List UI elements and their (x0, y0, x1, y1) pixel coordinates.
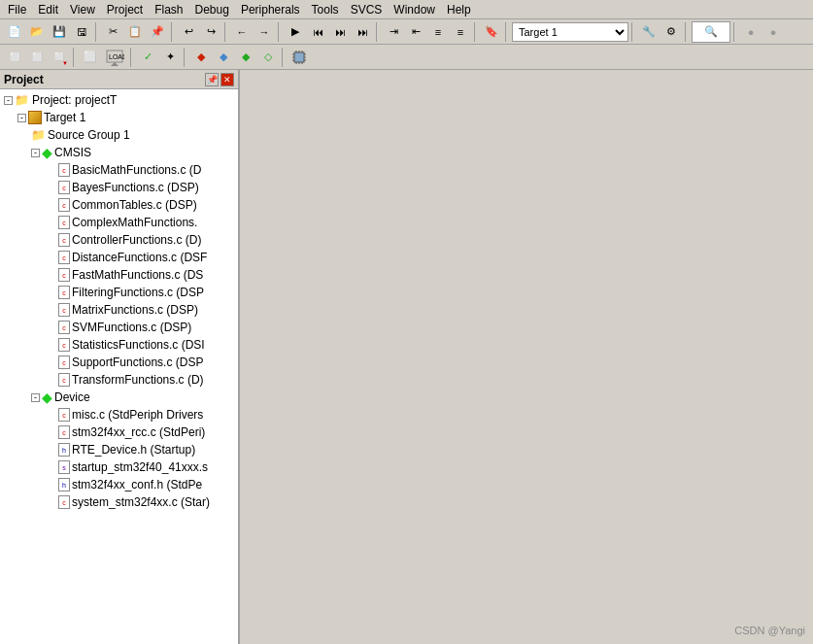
save-btn[interactable]: 💾 (49, 21, 70, 43)
t2-btn3[interactable]: ⬜ ▼ (49, 47, 70, 68)
menu-view[interactable]: View (64, 1, 101, 18)
t2-btn2[interactable]: ⬜ (26, 47, 48, 68)
target-select[interactable]: Target 1 (512, 22, 628, 42)
toolbar-1: 📄 📂 💾 🖫 ✂ 📋 📌 ↩ ↪ ← → ▶ ⏮ ⏭ ⏭ ⇥ ⇤ ≡ ≡ 🔖 … (0, 19, 813, 45)
magic-wand-btn[interactable]: 🔧 (638, 21, 660, 43)
c-dev-file-icon-0: c (58, 408, 70, 422)
btn-b[interactable]: ⏮ (307, 21, 328, 43)
tree-file-6[interactable]: c FastMathFunctions.c (DS (0, 266, 238, 284)
file-label-12: TransformFunctions.c (D) (72, 373, 204, 387)
sep6 (474, 22, 478, 42)
indent-btn[interactable]: ⇥ (383, 21, 404, 43)
outdent-btn[interactable]: ⇤ (405, 21, 426, 43)
sep10 (733, 22, 737, 42)
file-label-7: FilteringFunctions.c (DSP (72, 286, 204, 299)
nav-fwd-btn[interactable]: → (254, 21, 275, 43)
tree-file-1[interactable]: c BayesFunctions.c (DSP) (0, 179, 238, 196)
t2-check[interactable]: ✓ (137, 47, 158, 68)
paste-btn[interactable]: 📌 (147, 21, 168, 43)
sep8 (631, 22, 635, 42)
t2-btn1[interactable]: ⬜ (4, 47, 25, 68)
btn-a[interactable]: ▶ (285, 21, 306, 43)
toolbar-2: ⬜ ⬜ ⬜ ▼ ⬜ LOAD ✓ ✦ ◆ ◆ ◆ ◇ (0, 45, 813, 70)
t2-wand[interactable]: ✦ (159, 47, 181, 68)
expand-icon-cmsis: - (31, 149, 40, 157)
menu-svcs[interactable]: SVCS (345, 1, 389, 18)
c-file-icon-10: c (58, 338, 70, 352)
tree-dev-file-5[interactable]: c system_stm32f4xx.c (Star) (0, 493, 238, 511)
align-btn[interactable]: ≡ (427, 21, 449, 43)
panel-header-buttons: 📌 ✕ (205, 73, 234, 86)
project-tree: - 📁 Project: projectT - Target 1 📁 Sourc… (0, 89, 238, 644)
menu-edit[interactable]: Edit (32, 1, 64, 18)
tree-root[interactable]: - 📁 Project: projectT (0, 91, 238, 109)
tree-dev-file-2[interactable]: h RTE_Device.h (Startup) (0, 441, 238, 458)
tree-dev-file-1[interactable]: c stm32f4xx_rcc.c (StdPeri) (0, 424, 238, 441)
sep1 (95, 22, 99, 42)
t2-cpu-btn[interactable] (288, 47, 310, 68)
open-btn[interactable]: 📂 (26, 21, 48, 43)
tree-device[interactable]: - ◆ Device (0, 389, 238, 406)
tree-file-5[interactable]: c DistanceFunctions.c (DSF (0, 249, 238, 266)
tree-file-7[interactable]: c FilteringFunctions.c (DSP (0, 284, 238, 301)
tree-file-3[interactable]: c ComplexMathFunctions. (0, 214, 238, 231)
tree-dev-file-3[interactable]: s startup_stm32f40_41xxx.s (0, 458, 238, 476)
tree-file-9[interactable]: c SVMFunctions.c (DSP) (0, 319, 238, 336)
device-label: Device (54, 390, 90, 404)
t2-blue-diamond[interactable]: ◆ (213, 47, 234, 68)
tree-dev-file-0[interactable]: c misc.c (StdPeriph Drivers (0, 406, 238, 424)
c-file-icon-2: c (58, 198, 70, 212)
panel-close-btn[interactable]: ✕ (220, 73, 234, 86)
menu-debug[interactable]: Debug (189, 1, 235, 18)
menu-help[interactable]: Help (441, 1, 477, 18)
menu-flash[interactable]: Flash (149, 1, 188, 18)
undo-btn[interactable]: ↩ (178, 21, 199, 43)
save-all-btn[interactable]: 🖫 (71, 21, 92, 43)
tree-file-12[interactable]: c TransformFunctions.c (D) (0, 371, 238, 389)
s-dev-file-icon-3: s (58, 460, 70, 474)
bookmark-btn[interactable]: 🔖 (481, 21, 502, 43)
t2-sep3 (184, 48, 187, 67)
tree-cmsis[interactable]: - ◆ CMSIS (0, 144, 238, 161)
menu-window[interactable]: Window (388, 1, 441, 18)
file-label-10: StatisticsFunctions.c (DSI (72, 338, 205, 352)
tree-file-10[interactable]: c StatisticsFunctions.c (DSI (0, 336, 238, 354)
tree-target1[interactable]: - Target 1 (0, 109, 238, 126)
cut-btn[interactable]: ✂ (102, 21, 123, 43)
btn-d[interactable]: ⏭ (352, 21, 373, 43)
tree-file-4[interactable]: c ControllerFunctions.c (D) (0, 231, 238, 249)
t2-green-diamond[interactable]: ◆ (235, 47, 256, 68)
file-label-2: CommonTables.c (DSP) (72, 198, 197, 212)
tree-file-11[interactable]: c SupportFunctions.c (DSP (0, 354, 238, 371)
gear-btn[interactable]: ⚙ (661, 21, 682, 43)
tree-file-2[interactable]: c CommonTables.c (DSP) (0, 196, 238, 214)
c-file-icon-11: c (58, 356, 70, 369)
c-file-icon-0: c (58, 163, 70, 177)
btn-c[interactable]: ⏭ (329, 21, 351, 43)
menu-file[interactable]: File (2, 1, 32, 18)
t2-red-diamond[interactable]: ◆ (190, 47, 212, 68)
tree-dev-file-4[interactable]: h stm32f4xx_conf.h (StdPe (0, 476, 238, 493)
menu-project[interactable]: Project (101, 1, 149, 18)
menu-tools[interactable]: Tools (306, 1, 345, 18)
c-file-icon-3: c (58, 216, 70, 229)
tree-file-8[interactable]: c MatrixFunctions.c (DSP) (0, 301, 238, 319)
load-btn[interactable]: LOAD (102, 47, 127, 68)
target-label: Target 1 (44, 111, 85, 124)
new-file-btn[interactable]: 📄 (4, 21, 25, 43)
tree-source-group[interactable]: 📁 Source Group 1 (0, 126, 238, 144)
search-btn[interactable]: 🔍 (692, 21, 730, 43)
align2-btn[interactable]: ≡ (450, 21, 471, 43)
tree-file-0[interactable]: c BasicMathFunctions.c (D (0, 161, 238, 179)
dev-file-label-2: RTE_Device.h (Startup) (72, 443, 195, 457)
redo-btn[interactable]: ↪ (200, 21, 221, 43)
copy-btn[interactable]: 📋 (124, 21, 146, 43)
t2-outline-diamond[interactable]: ◇ (257, 47, 279, 68)
h-dev-file-icon-4: h (58, 478, 70, 491)
nav-back-btn[interactable]: ← (231, 21, 253, 43)
panel-pin-btn[interactable]: 📌 (205, 73, 219, 86)
t2-btn4[interactable]: ⬜ (80, 47, 101, 68)
circle2-btn[interactable]: ● (762, 21, 784, 43)
circle-btn[interactable]: ● (740, 21, 762, 43)
menu-peripherals[interactable]: Peripherals (235, 1, 306, 18)
